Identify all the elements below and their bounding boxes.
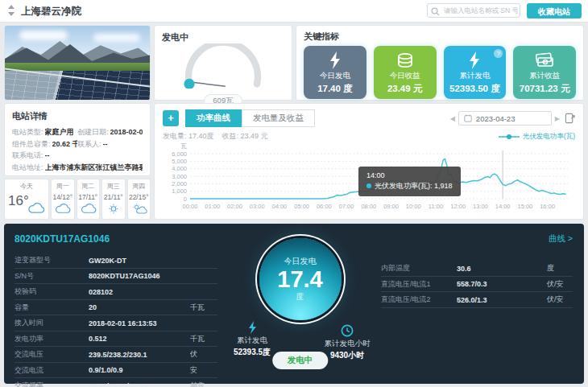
favorite-station-button[interactable]: 收藏电站: [527, 3, 582, 19]
rev-label: 收益:: [222, 132, 239, 140]
today-generation-gauge: 今日发电 17.4 度: [259, 238, 342, 320]
field-value: 家庭户用: [45, 126, 74, 138]
tab-generation-income[interactable]: 发电量及收益: [242, 109, 315, 127]
power-gauge: [174, 43, 272, 89]
weather-today: 今天 16°: [4, 179, 49, 220]
svg-text:06:00: 06:00: [317, 203, 332, 210]
date-value: 2023-04-23: [476, 114, 516, 123]
table-row: 内部温度30.6度: [381, 261, 573, 277]
total-hours-value: 9430小时: [313, 350, 381, 361]
svg-text:瓦: 瓦: [181, 142, 188, 150]
field-label: 创建日期:: [77, 126, 109, 138]
table-row: 交流电压239.5/238.2/230.1伏: [14, 347, 217, 363]
total-gen-label: 累计发电: [222, 336, 282, 346]
prev-date-icon[interactable]: ◀: [450, 115, 455, 122]
svg-text:04:00: 04:00: [272, 203, 288, 210]
kpi-value: 70731.23 元: [513, 83, 576, 95]
search-box[interactable]: [427, 3, 520, 18]
field-label: 电站地址:: [12, 162, 43, 174]
station-photo: [4, 25, 151, 101]
table-row: 接入时间2018-02-01 16:13:53: [14, 315, 217, 331]
bolt-icon: [247, 321, 257, 334]
table-row: 逆变器型号GW20K-DT: [14, 253, 217, 269]
svg-text:2,000: 2,000: [172, 180, 187, 187]
station-switcher-icon[interactable]: [6, 4, 16, 17]
field-label: 联系电话:: [12, 150, 43, 162]
table-row: 容量20千瓦: [14, 300, 217, 316]
photo-cloud: [19, 31, 68, 40]
station-address: 上海市浦东新区张江镇兰亭路碧云净院: [45, 162, 143, 174]
field-value: 2018-02-01: [110, 126, 143, 138]
export-icon[interactable]: [565, 113, 575, 124]
svg-text:6,000: 6,000: [172, 150, 187, 158]
power-gauge-card: 发电中 609瓦: [154, 25, 292, 101]
weather-day-card: 周四 22/15°: [127, 179, 151, 220]
svg-text:15:00: 15:00: [517, 203, 532, 210]
table-row: S/N号8020KDTU17AG1046: [14, 269, 217, 285]
curve-link[interactable]: 曲线 >: [549, 233, 573, 245]
gauge-unit: 度: [296, 291, 304, 303]
field-label: 组件总容量:: [12, 138, 51, 150]
svg-text:00:00: 00:00: [183, 203, 198, 210]
svg-text:08:00: 08:00: [361, 203, 376, 210]
total-hours-label: 累计发电小时: [313, 339, 381, 349]
svg-text:10:00: 10:00: [406, 203, 421, 210]
weather-day-card: 周二 17/11°: [77, 179, 101, 220]
calendar-icon: [464, 114, 472, 122]
kpi-label: 累计收益: [513, 71, 576, 81]
weather-day: 今天: [5, 182, 48, 191]
power-line-chart: 01,0002,0003,0004,0005,0006,000瓦00:0001:…: [163, 142, 576, 216]
kpi-label: 今日发电: [304, 71, 366, 81]
weather-temp: 22/15°: [128, 193, 151, 201]
table-row: 发电功率0.512千瓦: [14, 331, 217, 348]
kpi-title: 关键指标: [304, 31, 576, 43]
weather-day: 周四: [128, 182, 151, 191]
date-picker[interactable]: 2023-04-23: [458, 111, 552, 126]
table-row: 校验码028102: [14, 284, 217, 300]
cloud-icon: [54, 203, 72, 217]
field-label: 电站类型:: [12, 126, 43, 138]
weather-temp: 16°: [8, 193, 29, 209]
inverter-center: 今日发电 17.4 度 累计发电 52393.5度 发电中 累计发电小时 943…: [217, 232, 383, 381]
inverter-sn-title: 8020KDTU17AG1046: [14, 233, 110, 245]
key-indicators-card: 关键指标 今日发电 17.40 度 今日收益 23.49 元 ? 累计发电 52…: [296, 25, 584, 101]
cash-icon: [513, 50, 576, 71]
chart-area[interactable]: 01,0002,0003,0004,0005,0006,000瓦00:0001:…: [163, 142, 575, 220]
table-row: 交流频率49.96/49.99/50.00赫兹: [14, 378, 217, 387]
legend-label: 光伏发电功率(瓦): [523, 132, 575, 142]
gauge-title: 发电中: [162, 31, 284, 43]
page-title: 上海碧云净院: [21, 5, 81, 19]
weather-day: 周一: [52, 182, 74, 191]
sun-cloud-icon: [130, 203, 148, 217]
bolt-icon: [304, 50, 366, 71]
chart-tabs: 功率曲线 发电量及收益: [185, 109, 315, 127]
table-row: 直流电压/电流2526.0/1.3伏/安: [381, 292, 573, 308]
station-details-title: 电站详情: [12, 110, 143, 122]
inverter-panel: 8020KDTU17AG1046 曲线 > 逆变器型号GW20K-DTS/N号8…: [4, 224, 584, 384]
top-bar: 上海碧云净院 收藏电站: [0, 0, 588, 23]
table-row: 交流电流0.9/1.0/0.9安: [14, 363, 217, 379]
inverter-detail-table: 逆变器型号GW20K-DTS/N号8020KDTU17AG1046校验码0281…: [14, 253, 217, 387]
svg-text:5,000: 5,000: [172, 158, 187, 165]
kpi-value: 17.40 度: [304, 83, 366, 95]
svg-text:0: 0: [184, 196, 187, 203]
field-value: 20.62 千瓦: [52, 138, 77, 150]
svg-text:1,000: 1,000: [172, 187, 187, 195]
search-input[interactable]: [442, 6, 520, 15]
weather-temp: 21/11°: [102, 193, 125, 201]
total-hours-block: 累计发电小时 9430小时: [313, 324, 381, 361]
next-date-icon[interactable]: ▶: [555, 115, 560, 122]
photo-solar-panels: [5, 71, 150, 101]
kpi-label: 累计发电: [444, 71, 507, 81]
field-label: 联系人:: [77, 138, 101, 150]
tab-power-curve[interactable]: 功率曲线: [185, 109, 242, 127]
svg-text:16:00: 16:00: [540, 203, 555, 210]
power-curve-card: + 功率曲线 发电量及收益 ◀ 2023-04-23 ▶ 发电量: 17.40度…: [154, 103, 584, 220]
sun-icon: [105, 203, 122, 217]
rev-value: 23.49 元: [241, 132, 268, 140]
kpi-value: 52393.50 度: [444, 83, 507, 95]
weather-strip: 今天 16° 周一 14/12° 周二 17/11° 周三 21/11° 周四 …: [4, 179, 151, 220]
cloud-icon: [27, 203, 46, 217]
field-value: --: [103, 138, 108, 150]
add-compare-button[interactable]: +: [163, 110, 179, 126]
